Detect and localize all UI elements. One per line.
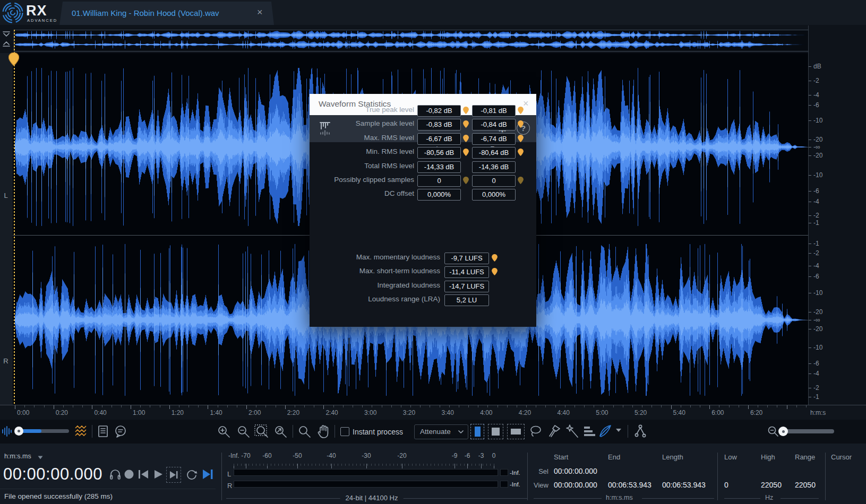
- zoom-in-icon[interactable]: [217, 424, 231, 439]
- session-notes-icon[interactable]: [97, 424, 109, 438]
- db-tick: [809, 266, 811, 266]
- divider: [335, 425, 335, 438]
- gain-slider-knob[interactable]: [14, 427, 23, 436]
- time-tick-major: [285, 405, 286, 409]
- location-pin-icon[interactable]: [492, 254, 498, 262]
- db-ruler-label: -10: [813, 117, 822, 124]
- time-tick-minor: [333, 405, 334, 407]
- time-ruler-label: 4:00: [480, 409, 492, 416]
- location-pin-icon[interactable]: [463, 149, 469, 156]
- meter-scale-label: -50: [293, 452, 302, 459]
- zoom-out-icon[interactable]: [236, 424, 251, 439]
- time-tick-minor: [690, 405, 691, 407]
- process-mode-dropdown[interactable]: Attenuate: [414, 424, 468, 439]
- play-button[interactable]: [153, 469, 164, 480]
- time-ruler-label: 5:40: [673, 409, 685, 416]
- location-pin-icon[interactable]: [492, 268, 498, 275]
- play-to-end-button[interactable]: [201, 468, 214, 481]
- rx-logo-icon: [2, 1, 25, 24]
- view-length-value[interactable]: 00:06:53.943: [662, 481, 706, 489]
- zoom-selection-icon[interactable]: [254, 424, 270, 439]
- zoom-fit-icon[interactable]: [273, 424, 288, 439]
- time-ruler[interactable]: 0:000:200:401:001:201:402:002:202:403:00…: [0, 405, 866, 420]
- time-tick-minor: [719, 405, 719, 407]
- frequency-selection-tool[interactable]: [507, 424, 525, 439]
- hzoom-slider-knob[interactable]: [778, 427, 788, 436]
- expand-overview-icon[interactable]: [2, 40, 11, 47]
- time-tick-minor: [487, 405, 488, 407]
- monitor-icon[interactable]: [109, 468, 122, 481]
- location-pin-icon[interactable]: [518, 107, 524, 114]
- connect-nodes-tool-icon[interactable]: [633, 424, 649, 439]
- tab-title: 01.William King - Robin Hood (Vocal).wav: [72, 8, 219, 18]
- feedback-icon[interactable]: [114, 424, 127, 438]
- dialog-close-icon[interactable]: ×: [523, 98, 529, 109]
- clip-indicator-right: [500, 481, 508, 488]
- go-to-start-button[interactable]: [138, 469, 149, 480]
- loop-playback-button[interactable]: [185, 468, 198, 481]
- location-pin-icon[interactable]: [518, 177, 524, 184]
- stat-value-box-left: -0,83 dB: [417, 119, 461, 131]
- play-selection-button[interactable]: [166, 467, 181, 483]
- feather-tool-icon[interactable]: [597, 423, 613, 439]
- view-high-value[interactable]: 22050: [761, 481, 782, 489]
- record-button[interactable]: [124, 469, 134, 480]
- location-pin-icon[interactable]: [463, 177, 469, 184]
- hand-tool-icon[interactable]: [316, 424, 331, 440]
- time-tick-minor: [767, 405, 768, 407]
- location-pin-icon[interactable]: [463, 120, 469, 128]
- loudness-row-label: Integrated loudness: [377, 281, 440, 289]
- location-pin-icon[interactable]: [463, 107, 469, 114]
- sort-layers-icon[interactable]: [582, 425, 596, 438]
- meter-tick-minor: [427, 464, 427, 466]
- time-tick-minor: [401, 405, 401, 407]
- playhead-time-display[interactable]: 00:00:00.000: [3, 465, 102, 484]
- tab-close-icon[interactable]: ×: [257, 7, 263, 18]
- time-format-dropdown-icon[interactable]: [37, 455, 44, 460]
- file-tab[interactable]: 01.William King - Robin Hood (Vocal).wav…: [59, 2, 274, 25]
- view-range-value[interactable]: 22050: [795, 481, 816, 489]
- location-pin-icon[interactable]: [518, 149, 524, 156]
- hzoom-out-icon[interactable]: [767, 425, 779, 438]
- hzoom-slider-track[interactable]: [779, 429, 834, 433]
- magnifier-tool-icon[interactable]: [297, 424, 312, 439]
- location-pin-icon[interactable]: [518, 120, 524, 128]
- location-pin-icon[interactable]: [518, 135, 524, 142]
- collapse-overview-icon[interactable]: [2, 31, 11, 38]
- db-tick: [809, 320, 811, 320]
- col-header-range: Range: [795, 453, 815, 461]
- time-tick-minor: [304, 405, 305, 407]
- spectrogram-blend-icon[interactable]: [74, 425, 88, 438]
- instant-process-checkbox[interactable]: [340, 427, 349, 436]
- meter-tick-minor: [260, 464, 260, 466]
- time-frequency-selection-tool[interactable]: [488, 424, 503, 439]
- brush-tool-icon[interactable]: [547, 424, 562, 439]
- playhead[interactable]: [14, 30, 15, 405]
- overview-strip[interactable]: [14, 30, 810, 51]
- view-start-value[interactable]: 00:00:00.000: [554, 481, 597, 489]
- db-ruler-label: -6: [813, 101, 819, 109]
- view-low-value[interactable]: 0: [724, 481, 728, 489]
- stat-value-box-right: -0,84 dB: [472, 119, 516, 131]
- meter-tick-minor: [457, 464, 457, 466]
- instant-process-label[interactable]: Instant process: [353, 428, 403, 436]
- gain-slider-track[interactable]: [15, 429, 69, 433]
- meter-tick-minor: [412, 464, 413, 466]
- location-pin-icon[interactable]: [463, 135, 469, 142]
- db-ruler-label: -10: [813, 289, 822, 297]
- sel-start-value[interactable]: 00:00:00.000: [554, 467, 597, 475]
- feather-dropdown-icon[interactable]: [615, 428, 622, 433]
- time-selection-tool[interactable]: [470, 424, 484, 439]
- view-end-value[interactable]: 00:06:53.943: [608, 481, 651, 489]
- overview-waveform[interactable]: [14, 30, 808, 50]
- magic-wand-tool-icon[interactable]: [565, 424, 580, 439]
- lasso-tool-icon[interactable]: [528, 424, 543, 439]
- time-format-selector[interactable]: h:m:s.ms: [4, 453, 31, 460]
- db-tick: [809, 120, 811, 121]
- overview-zone: [0, 25, 866, 53]
- output-level-icon: [1, 425, 13, 437]
- playhead-marker[interactable]: [8, 53, 19, 66]
- time-tick-minor: [102, 405, 102, 407]
- time-tick-minor: [498, 405, 498, 407]
- meter-tick-major: [455, 464, 455, 468]
